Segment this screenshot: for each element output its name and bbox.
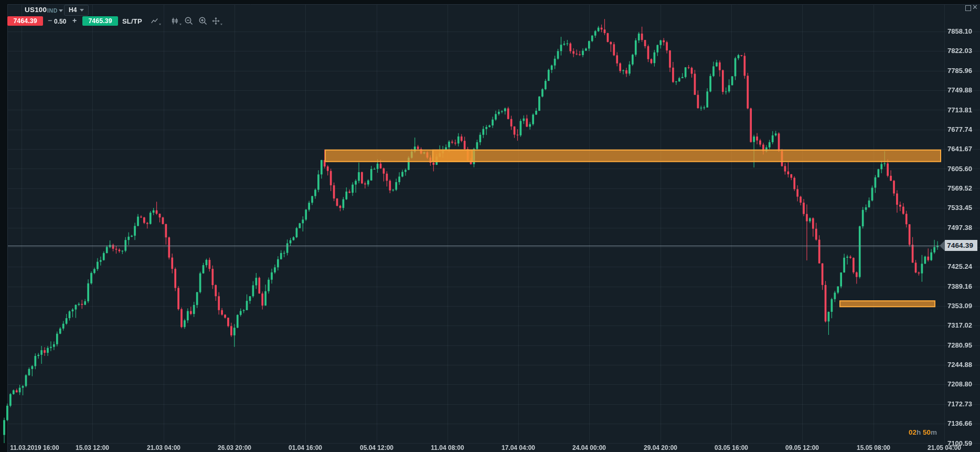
timeframe-button[interactable]: H4: [64, 5, 89, 16]
line-chart-button[interactable]: [151, 16, 161, 26]
symbol-title: US100: [25, 6, 47, 14]
spread-decrease-button[interactable]: −: [48, 16, 52, 25]
line-chart-icon: [151, 16, 158, 26]
candlestick-style-button[interactable]: [171, 16, 182, 26]
sell-price: 7464.39: [13, 17, 37, 25]
zoom-in-icon: [198, 16, 208, 26]
zoom-out-button[interactable]: [184, 16, 195, 26]
price-chart-canvas[interactable]: [0, 0, 980, 452]
spread-value: 0.50: [54, 18, 66, 25]
sell-button[interactable]: 7464.39: [7, 16, 43, 26]
chevron-down-icon: [179, 24, 182, 25]
countdown-hours: 02: [909, 428, 917, 436]
chevron-down-icon: [59, 9, 63, 12]
buy-button[interactable]: 7465.39: [82, 16, 118, 26]
zoom-in-button[interactable]: [198, 16, 209, 26]
spread-increase-button[interactable]: +: [72, 16, 77, 25]
chevron-down-icon: [159, 24, 161, 25]
zoom-out-icon: [184, 16, 194, 26]
countdown-minutes: 50: [923, 428, 931, 436]
chevron-down-icon: [220, 24, 222, 25]
candlestick-icon: [171, 16, 179, 26]
trading-window: US100 IND H4 7464.39 − 0.50 + 7465.39 SL…: [0, 0, 980, 452]
current-price-value: 7464.39: [945, 240, 977, 251]
move-crosshair-icon: [212, 16, 220, 26]
maximize-icon[interactable]: [965, 5, 971, 11]
price-tag-arrow-icon: [940, 240, 945, 251]
current-price-tag: 7464.39: [940, 240, 977, 251]
move-chart-button[interactable]: [212, 16, 222, 26]
buy-price: 7465.39: [88, 17, 112, 25]
chevron-down-icon: [80, 9, 84, 12]
countdown-minutes-unit: m: [931, 428, 937, 436]
candle-countdown: 02h 50m: [909, 428, 937, 436]
sl-tp-button[interactable]: SL/TP: [122, 17, 142, 25]
close-icon[interactable]: ✕: [972, 3, 978, 11]
timeframe-label: H4: [69, 6, 77, 14]
market-type-label: IND: [47, 7, 58, 14]
countdown-hours-unit: h: [917, 428, 921, 436]
